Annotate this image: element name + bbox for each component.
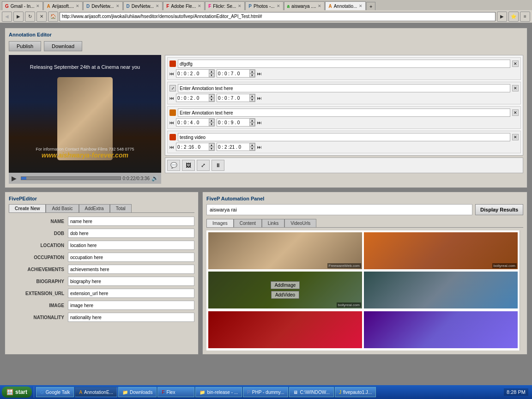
play-button[interactable]: ▶ xyxy=(12,175,19,182)
tab-close-adobe[interactable]: ✕ xyxy=(198,4,201,8)
images-scrollbar[interactable] xyxy=(520,230,523,351)
taskbar-item-annotation[interactable]: A AnnotationE... xyxy=(75,387,117,397)
add-video-button[interactable]: AddVideo xyxy=(271,291,299,299)
time-spin-down-4[interactable]: ▼ xyxy=(209,147,214,151)
volume-icon[interactable]: 🔊 xyxy=(151,175,158,181)
auto-tab-images[interactable]: Images xyxy=(206,219,234,227)
publish-button[interactable]: Publish xyxy=(9,41,41,51)
time-end-input-1[interactable] xyxy=(217,70,249,77)
tab-gmail[interactable]: G Gmail - In... ✕ xyxy=(2,1,43,10)
bookmark-button[interactable]: ⭐ xyxy=(508,12,519,22)
tool-image-button[interactable]: 🖼 xyxy=(182,160,195,171)
time-start-input-4[interactable] xyxy=(176,143,209,151)
tab-annotation[interactable]: A Annotatio... ✕ xyxy=(325,1,366,10)
time-spin-up-1[interactable]: ▲ xyxy=(209,70,214,73)
annotation-text-1[interactable] xyxy=(178,60,510,68)
annotation-close-4[interactable]: ✕ xyxy=(512,134,519,140)
annotation-text-4[interactable] xyxy=(178,133,510,141)
ann-prev-1[interactable]: ⏮ xyxy=(169,71,174,76)
taskbar-item-downloads[interactable]: 📁 Downloads xyxy=(118,387,157,397)
time-spin-end-down-1[interactable]: ▼ xyxy=(249,73,255,77)
ann-prev-4[interactable]: ⏮ xyxy=(169,145,174,150)
time-spin-end-up-4[interactable]: ▲ xyxy=(249,143,255,147)
ann-next-4[interactable]: ⏭ xyxy=(257,145,262,150)
tab-close-devnetw2[interactable]: ✕ xyxy=(156,4,159,8)
tab-photos[interactable]: P Photos -... ✕ xyxy=(245,1,283,10)
annotation-text-2[interactable] xyxy=(178,84,510,92)
annotation-close-1[interactable]: ✕ xyxy=(512,60,519,67)
tab-devnetw2[interactable]: D DevNetw... ✕ xyxy=(123,1,163,10)
time-spin-end-down-2[interactable]: ▼ xyxy=(249,98,255,102)
ann-next-1[interactable]: ⏭ xyxy=(257,71,262,76)
forward-button[interactable]: ▶ xyxy=(13,12,24,22)
time-start-input-1[interactable] xyxy=(176,70,209,77)
display-results-button[interactable]: Display Results xyxy=(475,204,523,215)
image-input[interactable] xyxy=(68,301,194,310)
add-image-button[interactable]: AddImage xyxy=(271,281,300,289)
tab-close-devnetw1[interactable]: ✕ xyxy=(116,4,120,8)
time-spin-up-2[interactable]: ▲ xyxy=(209,94,214,98)
taskbar-item-php[interactable]: P PHP - dummy... xyxy=(243,387,288,397)
taskbar-item-bin[interactable]: 📁 bin-release - ... xyxy=(195,387,242,397)
auto-tab-links[interactable]: Links xyxy=(262,219,284,227)
dob-input[interactable] xyxy=(68,229,194,238)
image-thumb-5[interactable] xyxy=(208,311,362,348)
tab-close-gmail[interactable]: ✕ xyxy=(36,4,40,8)
time-end-input-3[interactable] xyxy=(217,119,249,126)
auto-tab-videourls[interactable]: VideoUrls xyxy=(284,219,316,227)
tab-create-new[interactable]: Create New xyxy=(9,204,46,212)
ann-next-2[interactable]: ⏭ xyxy=(257,96,262,101)
time-end-input-4[interactable] xyxy=(217,143,249,151)
tab-add-extra[interactable]: AddExtra xyxy=(79,204,110,212)
back-button[interactable]: ◀ xyxy=(2,12,12,22)
taskbar-item-windows[interactable]: 🖥 C:\WINDOW... xyxy=(289,387,333,397)
extension-url-input[interactable] xyxy=(68,289,194,298)
time-spin-end-down-4[interactable]: ▼ xyxy=(249,147,255,151)
ann-prev-3[interactable]: ⏮ xyxy=(169,120,174,125)
name-input[interactable] xyxy=(68,217,194,226)
reload-button[interactable]: ↻ xyxy=(25,12,35,22)
location-input[interactable] xyxy=(68,241,194,250)
download-button[interactable]: Download xyxy=(44,41,82,51)
tool-expand-button[interactable]: ⤢ xyxy=(197,160,210,171)
tab-close-aiswarya[interactable]: ✕ xyxy=(318,4,321,8)
taskbar-item-flex[interactable]: F Flex xyxy=(157,387,194,397)
time-spin-down-3[interactable]: ▼ xyxy=(209,122,214,126)
time-spin-up-3[interactable]: ▲ xyxy=(209,119,214,122)
menu-button[interactable]: ≡ xyxy=(520,12,530,22)
ann-next-3[interactable]: ⏭ xyxy=(257,120,262,125)
time-spin-end-up-1[interactable]: ▲ xyxy=(249,70,255,73)
tab-devnetw1[interactable]: D DevNetw... ✕ xyxy=(83,1,123,10)
auto-tab-content[interactable]: Content xyxy=(234,219,262,227)
tab-close-photos[interactable]: ✕ xyxy=(277,4,280,8)
time-start-input-3[interactable] xyxy=(176,119,209,126)
tab-adobe[interactable]: F Adobe Fle... ✕ xyxy=(163,1,205,10)
progress-bar[interactable] xyxy=(21,176,121,180)
tab-close-annotation[interactable]: ✕ xyxy=(359,4,363,8)
time-start-input-2[interactable] xyxy=(176,94,209,102)
tab-close-flickr[interactable]: ✕ xyxy=(238,4,242,8)
achievements-input[interactable] xyxy=(68,265,194,274)
time-spin-down-2[interactable]: ▼ xyxy=(209,98,214,102)
tab-arijasoft[interactable]: A Arijasoft.... ✕ xyxy=(43,1,82,10)
image-thumb-4[interactable] xyxy=(364,272,518,308)
address-bar[interactable] xyxy=(60,12,496,21)
time-spin-up-4[interactable]: ▲ xyxy=(209,143,214,147)
taskbar-item-fivepauto[interactable]: J fivepauto1.J... xyxy=(335,387,376,397)
occupation-input[interactable] xyxy=(68,253,194,262)
image-thumb-6[interactable] xyxy=(364,311,518,348)
tab-flickr[interactable]: F Flickr: Se... ✕ xyxy=(205,1,245,10)
annotation-close-2[interactable]: ✕ xyxy=(512,85,519,91)
ann-prev-2[interactable]: ⏮ xyxy=(169,96,174,101)
tool-comment-button[interactable]: 💬 xyxy=(167,160,180,171)
new-tab-button[interactable]: + xyxy=(366,2,375,10)
image-thumb-1[interactable]: FreewareWeb.com xyxy=(208,232,362,269)
start-button[interactable]: 🪟 start xyxy=(2,387,32,398)
tool-pause-button[interactable]: ⏸ xyxy=(212,160,224,171)
time-spin-end-up-3[interactable]: ▲ xyxy=(249,119,255,122)
auto-search-input[interactable] xyxy=(206,204,472,215)
taskbar-item-googletalk[interactable]: G Google Talk xyxy=(36,387,74,397)
annotation-text-3[interactable] xyxy=(178,109,510,117)
tab-add-basic[interactable]: Add Basic xyxy=(46,204,79,212)
nationality-input[interactable] xyxy=(68,313,194,322)
